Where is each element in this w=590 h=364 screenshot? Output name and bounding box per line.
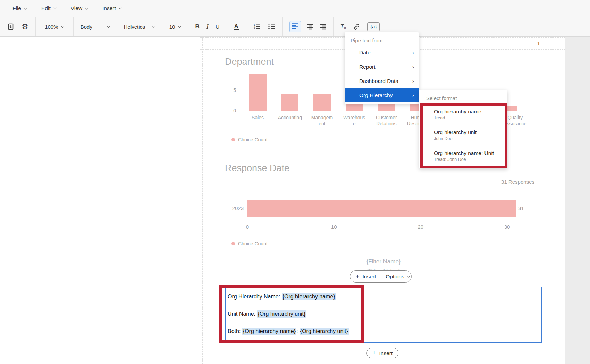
- insert-label: Insert: [363, 274, 376, 280]
- chevron-down-icon: [24, 6, 27, 9]
- y-tick-label: 5: [226, 87, 236, 93]
- chevron-right-icon: ›: [412, 50, 414, 55]
- align-right-button[interactable]: [319, 24, 326, 30]
- text-color-button[interactable]: A: [234, 23, 239, 31]
- page-margin-guide: [542, 37, 542, 364]
- chevron-down-icon: [178, 24, 182, 28]
- align-right-icon: [319, 24, 326, 30]
- menu-item-label: Date: [359, 50, 371, 56]
- menu-edit[interactable]: Edit: [41, 5, 56, 11]
- plus-icon: +: [356, 273, 360, 279]
- bold-button[interactable]: B: [195, 23, 199, 30]
- piped-text-button[interactable]: {a}: [367, 22, 380, 31]
- page-number: 1: [528, 40, 540, 46]
- options-button[interactable]: Options: [381, 274, 414, 280]
- format-menu-header: Select format: [419, 93, 507, 103]
- legend-dot: [231, 242, 235, 245]
- bar-2023: [247, 200, 516, 217]
- export-document-button[interactable]: [7, 23, 15, 31]
- legend-label: Choice Count: [238, 137, 268, 142]
- category-label: Management: [310, 115, 334, 127]
- align-center-icon: [307, 24, 314, 30]
- pipe-menu-item-date[interactable]: Date›: [345, 45, 419, 60]
- chevron-down-icon: [53, 6, 57, 9]
- underline-button[interactable]: U: [216, 24, 220, 30]
- clear-formatting-x: ×: [344, 26, 346, 30]
- bottom-insert-button[interactable]: + Insert: [366, 348, 398, 358]
- pipe-menu-item-dashboard-data[interactable]: Dashboard Data›: [345, 74, 419, 88]
- insert-options-pill: + Insert Options: [350, 270, 412, 283]
- menu-file[interactable]: File: [12, 5, 27, 11]
- chevron-down-icon[interactable]: [152, 24, 155, 28]
- report-editor: File Edit View Insert ⚙: [0, 0, 590, 364]
- x-tick-label: 10: [327, 224, 341, 230]
- menu-item-label: Org Hierarchy: [359, 92, 393, 98]
- chevron-right-icon: ›: [412, 64, 414, 70]
- menu-file-label: File: [12, 5, 21, 11]
- chevron-down-icon: [61, 24, 65, 28]
- category-label: Warehouse: [342, 115, 366, 127]
- font-size-select[interactable]: 10: [169, 24, 181, 30]
- pipe-menu-header: Pipe text from: [345, 35, 419, 45]
- menu-view[interactable]: View: [71, 5, 88, 11]
- response-chart-legend: Choice Count: [231, 241, 268, 246]
- annotation-box-format-options: [420, 103, 507, 168]
- paragraph-style-value: Body: [81, 24, 92, 30]
- formatting-toolbar: ⚙ 100% Body Helvetica 10: [0, 17, 590, 37]
- align-left-icon: [292, 23, 299, 29]
- settings-button[interactable]: ⚙: [22, 23, 28, 31]
- x-tick-label: 20: [414, 224, 428, 230]
- category-label: 2023: [221, 205, 244, 211]
- pipe-text-menu: Pipe text from Date›Report›Dashboard Dat…: [345, 32, 419, 104]
- align-left-button[interactable]: [289, 21, 301, 32]
- bullet-list-button[interactable]: [268, 23, 275, 31]
- chevron-down-icon: [85, 6, 88, 9]
- department-chart-legend: Choice Count: [231, 137, 268, 142]
- svg-text:3: 3: [254, 27, 255, 30]
- chevron-right-icon: ›: [412, 92, 414, 98]
- align-center-button[interactable]: [307, 24, 314, 30]
- menu-insert-label: Insert: [102, 5, 116, 11]
- numbered-list-icon: 1 2 3: [253, 23, 261, 31]
- category-label: Accounting: [278, 115, 302, 121]
- bar: [506, 106, 517, 111]
- chevron-right-icon: ›: [412, 78, 414, 84]
- bar: [313, 94, 331, 111]
- zoom-value: 100%: [45, 24, 58, 30]
- pipe-menu-item-report[interactable]: Report›: [345, 60, 419, 74]
- ordered-list-button[interactable]: 1 2 3: [253, 23, 261, 31]
- response-date-chart-title: Response Date: [225, 163, 289, 174]
- chevron-down-icon: [118, 6, 122, 9]
- menu-insert[interactable]: Insert: [102, 5, 121, 11]
- zoom-select[interactable]: 100%: [45, 24, 64, 30]
- bar: [281, 94, 298, 111]
- category-label: Customer Relations: [374, 115, 398, 127]
- menu-view-label: View: [71, 5, 82, 11]
- options-label: Options: [386, 274, 404, 280]
- insert-button[interactable]: + Insert: [350, 274, 381, 280]
- clear-formatting-button[interactable]: T×: [340, 23, 346, 30]
- bullet-list-icon: [268, 23, 275, 31]
- insert-label: Insert: [379, 350, 393, 356]
- responses-count: 31 Responses: [451, 179, 534, 185]
- page-margin-guide: [202, 37, 203, 364]
- filter-name-placeholder: {Filter Name}: [314, 258, 453, 265]
- font-name-value: Helvetica: [124, 24, 145, 30]
- italic-button[interactable]: I: [206, 23, 209, 31]
- pipe-menu-item-org-hierarchy[interactable]: Org Hierarchy›: [345, 88, 419, 102]
- font-size-value: 10: [169, 24, 175, 30]
- chevron-down-icon: [407, 274, 410, 278]
- workspace-margin: [565, 37, 590, 364]
- clear-formatting-t: T: [340, 23, 344, 29]
- insert-link-button[interactable]: [353, 23, 360, 31]
- bar-value-label: 31: [518, 205, 524, 211]
- y-tick-label: 0: [226, 108, 236, 113]
- x-tick-label: 0: [241, 224, 254, 230]
- legend-dot: [231, 138, 235, 141]
- menu-bar: File Edit View Insert: [0, 0, 590, 17]
- plus-icon: +: [372, 350, 376, 356]
- gear-icon: ⚙: [22, 23, 28, 31]
- link-icon: [353, 23, 360, 31]
- chevron-down-icon[interactable]: [107, 24, 110, 28]
- bar: [249, 74, 267, 111]
